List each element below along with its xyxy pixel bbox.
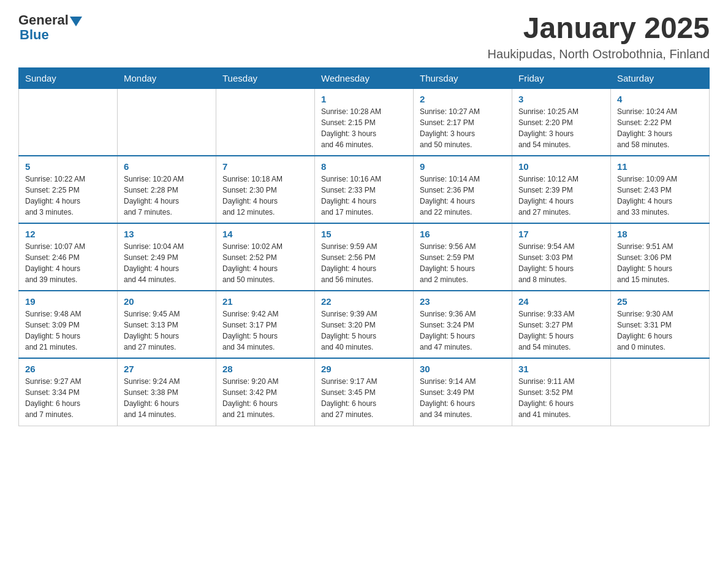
day-number: 10 bbox=[518, 161, 604, 172]
day-info: Sunrise: 10:25 AMSunset: 2:20 PMDaylight… bbox=[518, 106, 604, 150]
day-number: 5 bbox=[25, 161, 111, 172]
calendar-cell: 31Sunrise: 9:11 AMSunset: 3:52 PMDayligh… bbox=[512, 358, 611, 426]
day-info: Sunrise: 9:56 AMSunset: 2:59 PMDaylight:… bbox=[420, 241, 506, 285]
day-number: 1 bbox=[321, 94, 407, 104]
day-info: Sunrise: 10:24 AMSunset: 2:22 PMDaylight… bbox=[617, 106, 703, 150]
day-number: 29 bbox=[321, 364, 407, 374]
calendar-cell: 4Sunrise: 10:24 AMSunset: 2:22 PMDayligh… bbox=[611, 88, 710, 156]
page-title: January 2025 bbox=[488, 12, 710, 45]
day-number: 22 bbox=[321, 296, 407, 307]
day-number: 12 bbox=[25, 229, 111, 239]
day-number: 8 bbox=[321, 161, 407, 172]
day-info: Sunrise: 9:42 AMSunset: 3:17 PMDaylight:… bbox=[222, 308, 308, 353]
calendar-cell: 7Sunrise: 10:18 AMSunset: 2:30 PMDayligh… bbox=[216, 156, 315, 223]
day-info: Sunrise: 9:45 AMSunset: 3:13 PMDaylight:… bbox=[124, 308, 210, 353]
day-number: 3 bbox=[518, 94, 604, 104]
day-number: 18 bbox=[617, 229, 703, 239]
day-number: 9 bbox=[420, 161, 506, 172]
day-info: Sunrise: 9:36 AMSunset: 3:24 PMDaylight:… bbox=[420, 308, 506, 353]
logo-blue-text: Blue bbox=[20, 27, 49, 43]
weekday-header-monday: Monday bbox=[118, 67, 216, 88]
calendar-header: SundayMondayTuesdayWednesdayThursdayFrid… bbox=[19, 67, 710, 88]
calendar-cell: 6Sunrise: 10:20 AMSunset: 2:28 PMDayligh… bbox=[118, 156, 216, 223]
logo: General Blue bbox=[18, 12, 82, 43]
logo-arrow-icon bbox=[70, 17, 82, 26]
calendar-cell: 15Sunrise: 9:59 AMSunset: 2:56 PMDayligh… bbox=[315, 223, 414, 291]
day-info: Sunrise: 10:12 AMSunset: 2:39 PMDaylight… bbox=[518, 174, 604, 218]
calendar-week-row: 1Sunrise: 10:28 AMSunset: 2:15 PMDayligh… bbox=[19, 88, 710, 156]
day-number: 24 bbox=[518, 296, 604, 307]
calendar-cell bbox=[19, 88, 118, 156]
day-info: Sunrise: 10:22 AMSunset: 2:25 PMDaylight… bbox=[25, 174, 111, 218]
calendar-cell: 10Sunrise: 10:12 AMSunset: 2:39 PMDaylig… bbox=[512, 156, 611, 223]
calendar-cell: 27Sunrise: 9:24 AMSunset: 3:38 PMDayligh… bbox=[118, 358, 216, 426]
calendar-cell: 17Sunrise: 9:54 AMSunset: 3:03 PMDayligh… bbox=[512, 223, 611, 291]
day-number: 19 bbox=[25, 296, 111, 307]
calendar-cell: 20Sunrise: 9:45 AMSunset: 3:13 PMDayligh… bbox=[118, 291, 216, 358]
day-number: 4 bbox=[617, 94, 703, 104]
day-info: Sunrise: 9:20 AMSunset: 3:42 PMDaylight:… bbox=[222, 376, 308, 420]
logo-general-text: General bbox=[18, 12, 69, 28]
calendar-cell: 9Sunrise: 10:14 AMSunset: 2:36 PMDayligh… bbox=[414, 156, 512, 223]
day-number: 11 bbox=[617, 161, 703, 172]
day-info: Sunrise: 9:17 AMSunset: 3:45 PMDaylight:… bbox=[321, 376, 407, 420]
weekday-header-row: SundayMondayTuesdayWednesdayThursdayFrid… bbox=[19, 67, 710, 88]
day-info: Sunrise: 9:51 AMSunset: 3:06 PMDaylight:… bbox=[617, 241, 703, 285]
day-number: 20 bbox=[124, 296, 210, 307]
day-number: 2 bbox=[420, 94, 506, 104]
day-number: 13 bbox=[124, 229, 210, 239]
day-info: Sunrise: 10:14 AMSunset: 2:36 PMDaylight… bbox=[420, 174, 506, 218]
day-number: 7 bbox=[222, 161, 308, 172]
day-info: Sunrise: 10:28 AMSunset: 2:15 PMDaylight… bbox=[321, 106, 407, 150]
day-number: 14 bbox=[222, 229, 308, 239]
day-info: Sunrise: 9:24 AMSunset: 3:38 PMDaylight:… bbox=[124, 376, 210, 420]
calendar-body: 1Sunrise: 10:28 AMSunset: 2:15 PMDayligh… bbox=[19, 88, 710, 426]
day-number: 30 bbox=[420, 364, 506, 374]
day-number: 21 bbox=[222, 296, 308, 307]
calendar-cell: 11Sunrise: 10:09 AMSunset: 2:43 PMDaylig… bbox=[611, 156, 710, 223]
calendar-cell: 29Sunrise: 9:17 AMSunset: 3:45 PMDayligh… bbox=[315, 358, 414, 426]
calendar-cell: 28Sunrise: 9:20 AMSunset: 3:42 PMDayligh… bbox=[216, 358, 315, 426]
day-number: 16 bbox=[420, 229, 506, 239]
day-info: Sunrise: 9:33 AMSunset: 3:27 PMDaylight:… bbox=[518, 308, 604, 353]
weekday-header-thursday: Thursday bbox=[414, 67, 512, 88]
day-info: Sunrise: 10:20 AMSunset: 2:28 PMDaylight… bbox=[124, 174, 210, 218]
day-number: 25 bbox=[617, 296, 703, 307]
day-info: Sunrise: 9:11 AMSunset: 3:52 PMDaylight:… bbox=[518, 376, 604, 420]
page-header: General Blue January 2025 Haukipudas, No… bbox=[18, 12, 710, 61]
day-number: 6 bbox=[124, 161, 210, 172]
calendar-cell: 14Sunrise: 10:02 AMSunset: 2:52 PMDaylig… bbox=[216, 223, 315, 291]
calendar-cell: 26Sunrise: 9:27 AMSunset: 3:34 PMDayligh… bbox=[19, 358, 118, 426]
calendar-week-row: 5Sunrise: 10:22 AMSunset: 2:25 PMDayligh… bbox=[19, 156, 710, 223]
calendar-cell: 5Sunrise: 10:22 AMSunset: 2:25 PMDayligh… bbox=[19, 156, 118, 223]
day-number: 26 bbox=[25, 364, 111, 374]
calendar-cell: 22Sunrise: 9:39 AMSunset: 3:20 PMDayligh… bbox=[315, 291, 414, 358]
calendar-cell: 13Sunrise: 10:04 AMSunset: 2:49 PMDaylig… bbox=[118, 223, 216, 291]
calendar-cell: 19Sunrise: 9:48 AMSunset: 3:09 PMDayligh… bbox=[19, 291, 118, 358]
calendar-cell: 25Sunrise: 9:30 AMSunset: 3:31 PMDayligh… bbox=[611, 291, 710, 358]
weekday-header-wednesday: Wednesday bbox=[315, 67, 414, 88]
day-number: 17 bbox=[518, 229, 604, 239]
calendar-cell: 12Sunrise: 10:07 AMSunset: 2:46 PMDaylig… bbox=[19, 223, 118, 291]
calendar-cell: 1Sunrise: 10:28 AMSunset: 2:15 PMDayligh… bbox=[315, 88, 414, 156]
calendar-cell bbox=[216, 88, 315, 156]
calendar-week-row: 26Sunrise: 9:27 AMSunset: 3:34 PMDayligh… bbox=[19, 358, 710, 426]
calendar-cell: 3Sunrise: 10:25 AMSunset: 2:20 PMDayligh… bbox=[512, 88, 611, 156]
calendar-cell: 24Sunrise: 9:33 AMSunset: 3:27 PMDayligh… bbox=[512, 291, 611, 358]
calendar-cell: 16Sunrise: 9:56 AMSunset: 2:59 PMDayligh… bbox=[414, 223, 512, 291]
calendar-cell: 2Sunrise: 10:27 AMSunset: 2:17 PMDayligh… bbox=[414, 88, 512, 156]
weekday-header-tuesday: Tuesday bbox=[216, 67, 315, 88]
day-number: 27 bbox=[124, 364, 210, 374]
day-info: Sunrise: 10:16 AMSunset: 2:33 PMDaylight… bbox=[321, 174, 407, 218]
day-number: 15 bbox=[321, 229, 407, 239]
calendar-cell: 18Sunrise: 9:51 AMSunset: 3:06 PMDayligh… bbox=[611, 223, 710, 291]
weekday-header-sunday: Sunday bbox=[19, 67, 118, 88]
day-info: Sunrise: 9:59 AMSunset: 2:56 PMDaylight:… bbox=[321, 241, 407, 285]
calendar-cell: 23Sunrise: 9:36 AMSunset: 3:24 PMDayligh… bbox=[414, 291, 512, 358]
calendar-week-row: 12Sunrise: 10:07 AMSunset: 2:46 PMDaylig… bbox=[19, 223, 710, 291]
day-info: Sunrise: 9:14 AMSunset: 3:49 PMDaylight:… bbox=[420, 376, 506, 420]
calendar-week-row: 19Sunrise: 9:48 AMSunset: 3:09 PMDayligh… bbox=[19, 291, 710, 358]
day-info: Sunrise: 10:02 AMSunset: 2:52 PMDaylight… bbox=[222, 241, 308, 285]
title-section: January 2025 Haukipudas, North Ostroboth… bbox=[488, 12, 710, 61]
calendar-cell: 30Sunrise: 9:14 AMSunset: 3:49 PMDayligh… bbox=[414, 358, 512, 426]
